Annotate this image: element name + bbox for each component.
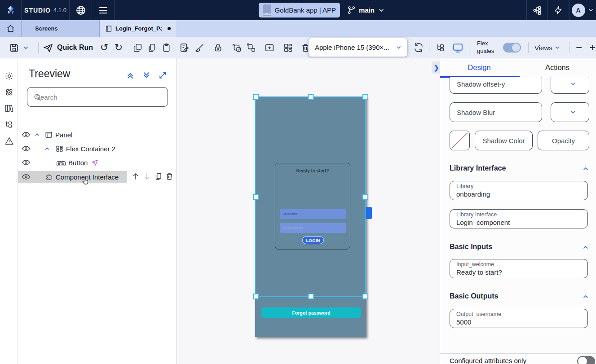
- input-welcome-label: Input_welcome: [456, 261, 581, 268]
- language-button[interactable]: [70, 0, 92, 20]
- expand-all-button[interactable]: [142, 71, 151, 80]
- move-down-icon[interactable]: [143, 172, 151, 180]
- forgot-password-button[interactable]: Forgot password: [261, 307, 361, 318]
- section-collapse-chevron-icon[interactable]: [582, 165, 589, 172]
- user-menu[interactable]: A: [569, 0, 596, 20]
- settings-gear-icon[interactable]: [4, 71, 14, 81]
- tree-row-component-interface[interactable]: Component Interface: [18, 171, 127, 183]
- configured-attributes-label: Configured attributes only: [450, 357, 526, 364]
- toggle-knob: [578, 357, 587, 364]
- undo-button[interactable]: ↺: [98, 37, 110, 58]
- device-selector[interactable]: Apple iPhone 15 (390×...: [308, 38, 408, 57]
- save-options-chevron[interactable]: [20, 37, 31, 58]
- tab-actions[interactable]: Actions: [518, 58, 596, 77]
- lock-button[interactable]: [212, 37, 224, 58]
- library-field[interactable]: Library onboarding: [450, 181, 588, 200]
- inspector-panel: Design Actions Shadow offset-y Shadow Bl…: [440, 58, 596, 364]
- username-input[interactable]: Username: [280, 209, 346, 219]
- ungroup-button[interactable]: [245, 37, 257, 58]
- save-button[interactable]: [7, 37, 21, 58]
- section-basic-inputs: Basic Inputs: [450, 243, 492, 251]
- tree-search[interactable]: [27, 87, 168, 107]
- tab-design[interactable]: Design: [440, 58, 518, 77]
- studio-title: STUDIO 4.1.0: [22, 0, 70, 20]
- shadow-offset-y-field[interactable]: Shadow offset-y: [450, 77, 542, 94]
- collapse-chevron-icon[interactable]: [44, 145, 50, 152]
- branch-selector[interactable]: main: [347, 0, 385, 20]
- paste-button[interactable]: [160, 37, 172, 58]
- shadow-offset-y-unit-dropdown[interactable]: [551, 77, 589, 94]
- design-canvas[interactable]: Ready to start? Username Password LOGIN …: [177, 58, 440, 364]
- hierarchy-button[interactable]: [526, 0, 548, 20]
- shadow-color-button[interactable]: Shadow Color: [475, 131, 533, 150]
- scroll-grab-handle[interactable]: [366, 207, 372, 219]
- section-collapse-chevron-icon[interactable]: [582, 293, 589, 300]
- treeview-rail-icon[interactable]: [4, 120, 14, 129]
- redo-button[interactable]: ↻: [112, 37, 125, 58]
- collapse-chevron-icon[interactable]: [34, 132, 40, 138]
- undo-icon: ↺: [100, 43, 108, 53]
- inspector-tabs: Design Actions: [440, 58, 596, 77]
- flex-container-icon: [56, 145, 63, 153]
- visibility-eye-icon[interactable]: [22, 144, 31, 153]
- visibility-eye-icon[interactable]: [22, 172, 31, 181]
- flex-guides-toggle[interactable]: [503, 37, 521, 58]
- library-interface-field[interactable]: Library Interface Login_component: [450, 209, 588, 228]
- quick-actions-button[interactable]: [548, 0, 569, 20]
- refresh-button[interactable]: [411, 37, 426, 58]
- tree-view-button[interactable]: [433, 37, 448, 58]
- warnings-icon[interactable]: [4, 136, 14, 146]
- login-button[interactable]: LOGIN: [302, 236, 324, 244]
- theme-style-button[interactable]: [178, 37, 191, 58]
- screen-preview-button[interactable]: [450, 37, 465, 58]
- quick-run-button[interactable]: Quick Run: [43, 37, 93, 58]
- delete-row-icon[interactable]: [165, 172, 173, 180]
- configured-attributes-toggle[interactable]: [577, 356, 595, 364]
- add-frame-button[interactable]: [263, 37, 276, 58]
- input-welcome-value: Ready to start?: [456, 268, 581, 277]
- layout-grid-button[interactable]: [282, 37, 294, 58]
- views-dropdown[interactable]: Views: [534, 37, 561, 58]
- shadow-color-swatch[interactable]: [450, 131, 470, 150]
- section-collapse-chevron-icon[interactable]: [582, 244, 589, 251]
- move-up-icon[interactable]: [132, 172, 140, 180]
- hamburger-icon: [98, 5, 109, 15]
- opacity-button[interactable]: Opacity: [538, 131, 589, 150]
- login-card[interactable]: Ready to start? Username Password LOGIN: [275, 163, 350, 250]
- shadow-blur-unit-dropdown[interactable]: [551, 102, 589, 122]
- tree-row-panel[interactable]: Panel: [18, 129, 177, 140]
- expand-panel-button[interactable]: [159, 71, 167, 79]
- tab-login-forgot[interactable]: Login_Forgot_Pa...: [100, 20, 176, 37]
- paintbrush-button[interactable]: [194, 37, 206, 58]
- visibility-eye-icon[interactable]: [22, 130, 31, 139]
- output-username-field[interactable]: Output_username 5000: [450, 309, 588, 328]
- password-input[interactable]: Password: [280, 223, 346, 233]
- tree-row-button[interactable]: BTN Button: [18, 157, 177, 168]
- phone-screen[interactable]: Ready to start? Username Password LOGIN …: [255, 96, 366, 337]
- visibility-eye-icon[interactable]: [22, 158, 31, 167]
- tab-screens[interactable]: Screens: [22, 20, 100, 37]
- opacity-label: Opacity: [538, 137, 589, 145]
- group-button[interactable]: [230, 37, 243, 58]
- panel-icon: [45, 131, 53, 139]
- duplicate-row-icon[interactable]: [154, 172, 162, 180]
- atom-icon[interactable]: [4, 88, 14, 97]
- duplicate-button[interactable]: [131, 37, 144, 58]
- unsaved-dot: [168, 27, 171, 30]
- home-button[interactable]: [0, 20, 22, 37]
- studio-logo[interactable]: [0, 0, 22, 20]
- inspector-scroll-area[interactable]: Shadow offset-y Shadow Blur Shadow Color: [440, 77, 596, 353]
- user-chevron-down-icon: [587, 7, 594, 13]
- main-menu-button[interactable]: [92, 0, 115, 20]
- tree-row-flex-container[interactable]: Flex Container 2: [18, 143, 177, 154]
- collapse-all-button[interactable]: [126, 71, 135, 80]
- zoom-in-button[interactable]: +: [587, 37, 596, 58]
- library-books-icon[interactable]: [4, 104, 14, 113]
- search-input[interactable]: [35, 88, 161, 106]
- copy-button[interactable]: [145, 37, 158, 58]
- app-badge[interactable]: GoldBank GoldBank app | APP: [259, 3, 340, 18]
- input-welcome-field[interactable]: Input_welcome Ready to start?: [450, 259, 588, 278]
- shadow-blur-field[interactable]: Shadow Blur: [450, 102, 542, 122]
- branch-chevron-down-icon: [378, 7, 385, 14]
- zoom-out-button[interactable]: −: [573, 37, 585, 58]
